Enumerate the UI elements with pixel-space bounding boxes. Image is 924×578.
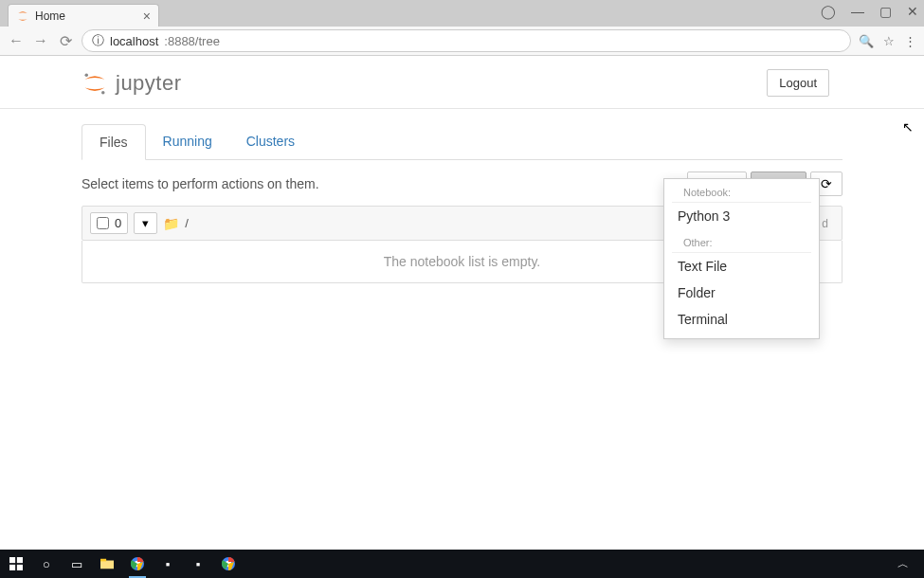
jupyter-header: jupyter Logout [0, 56, 924, 109]
back-icon[interactable]: ← [8, 32, 25, 49]
addr-right: 🔍 ☆ ⋮ [859, 34, 916, 48]
menu-section-notebook: Notebook: [672, 185, 811, 203]
jupyter-logo-icon [82, 70, 108, 97]
menu-dots-icon[interactable]: ⋮ [904, 34, 916, 48]
start-button[interactable] [6, 553, 27, 574]
browser-chrome: Home × ◯ — ▢ ✕ ← → ⟳ ⓘ localhost:8888/tr… [0, 0, 924, 56]
maximize-icon[interactable]: ▢ [879, 4, 892, 19]
menu-item-folder[interactable]: Folder [664, 280, 819, 306]
chrome-taskbar-icon-2[interactable] [218, 553, 239, 574]
file-explorer-icon[interactable] [97, 553, 118, 574]
svg-point-0 [85, 73, 89, 77]
close-window-icon[interactable]: ✕ [907, 4, 918, 19]
menu-item-python3[interactable]: Python 3 [664, 203, 819, 229]
tab-strip: Home × ◯ — ▢ ✕ [0, 0, 924, 27]
zoom-icon[interactable]: 🔍 [859, 34, 874, 48]
menu-section-other: Other: [672, 235, 811, 253]
bookmark-star-icon[interactable]: ☆ [883, 34, 895, 48]
tab-home[interactable]: Home × [8, 4, 159, 27]
task-view-icon[interactable]: ▭ [66, 553, 87, 574]
tab-running[interactable]: Running [146, 124, 229, 159]
svg-point-1 [101, 90, 105, 94]
url-path: :8888/tree [164, 34, 220, 48]
window-controls: ◯ — ▢ ✕ [821, 4, 918, 19]
chrome-taskbar-icon[interactable] [127, 553, 148, 574]
omnibox[interactable]: ⓘ localhost:8888/tree [82, 29, 851, 52]
cortana-icon[interactable]: ○ [36, 553, 57, 574]
folder-icon[interactable]: 📁 [163, 216, 179, 231]
select-all-box[interactable]: 0 [90, 212, 128, 234]
jupyter-logo[interactable]: jupyter [82, 70, 182, 97]
select-menu-caret[interactable]: ▾ [134, 212, 157, 234]
breadcrumb-root[interactable]: / [185, 216, 189, 230]
forward-icon[interactable]: → [32, 32, 49, 49]
close-tab-icon[interactable]: × [143, 9, 151, 23]
svg-rect-2 [9, 557, 15, 563]
svg-rect-7 [100, 559, 106, 562]
selected-count: 0 [115, 216, 121, 230]
logout-button[interactable]: Logout [767, 69, 829, 97]
minimize-icon[interactable]: — [851, 4, 864, 19]
terminal-icon[interactable]: ▪ [157, 553, 178, 574]
tab-files[interactable]: Files [82, 124, 146, 160]
terminal-icon-2[interactable]: ▪ [188, 553, 208, 574]
menu-item-text-file[interactable]: Text File [664, 253, 819, 280]
url-host: localhost [110, 34, 158, 48]
reload-icon[interactable]: ⟳ [57, 32, 74, 50]
select-all-checkbox[interactable] [97, 217, 109, 229]
refresh-icon: ⟳ [821, 176, 832, 191]
jupyter-brand-text: jupyter [116, 71, 182, 96]
site-info-icon[interactable]: ⓘ [92, 32, 104, 49]
new-dropdown-menu: Notebook: Python 3 Other: Text File Fold… [663, 178, 820, 339]
svg-rect-5 [17, 565, 23, 570]
svg-rect-4 [9, 565, 15, 570]
tab-title: Home [35, 9, 65, 23]
tab-clusters[interactable]: Clusters [229, 124, 312, 159]
address-bar: ← → ⟳ ⓘ localhost:8888/tree 🔍 ☆ ⋮ [0, 27, 924, 55]
notification-chevron-icon[interactable]: ︿ [897, 556, 918, 572]
svg-rect-6 [100, 561, 114, 569]
windows-taskbar: ○ ▭ ▪ ▪ ︿ [0, 550, 924, 578]
menu-item-terminal[interactable]: Terminal [664, 306, 819, 333]
user-avatar-icon[interactable]: ◯ [821, 4, 836, 19]
svg-rect-3 [17, 557, 23, 563]
selection-hint: Select items to perform actions on them. [82, 176, 319, 191]
jupyter-favicon [16, 9, 29, 23]
dashboard-tabs: Files Running Clusters [82, 124, 842, 160]
last-modified-header: d [822, 217, 834, 230]
